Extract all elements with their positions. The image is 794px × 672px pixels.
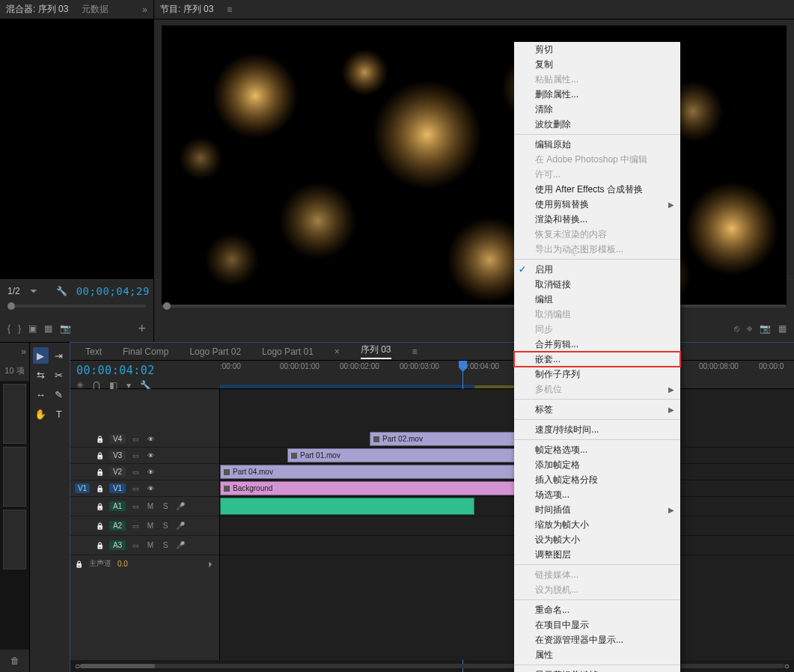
lock-icon[interactable] (94, 468, 105, 476)
voice-icon[interactable]: 🎤 (175, 522, 186, 530)
panel-menu-icon[interactable]: ≡ (412, 346, 418, 357)
export-frame-icon[interactable]: 📷 (760, 323, 771, 334)
lane-a2[interactable] (220, 516, 794, 536)
menu-item[interactable]: 属性 (514, 647, 680, 662)
track-header-a2[interactable]: A2 M S 🎤 (70, 516, 219, 536)
extract-icon[interactable]: ⎆ (747, 323, 752, 334)
resolution-select[interactable]: 1/2 (7, 286, 20, 296)
expand-icon[interactable]: » (142, 4, 147, 15)
sync-lock-icon[interactable] (130, 435, 141, 443)
menu-item[interactable]: 在项目中显示 (514, 617, 680, 632)
lock-icon[interactable] (94, 502, 105, 510)
lane-v3[interactable]: Part 01.mov (220, 448, 794, 464)
voice-icon[interactable]: 🎤 (175, 541, 186, 549)
sequence-tab-text[interactable]: Text (85, 346, 102, 357)
export-frame-icon[interactable]: 📷 (60, 323, 71, 334)
bin-item[interactable] (3, 510, 26, 569)
menu-item[interactable]: 帧定格选项... (514, 442, 680, 457)
selection-tool[interactable]: ▶ (33, 347, 49, 364)
menu-item[interactable]: 制作子序列 (514, 367, 680, 382)
type-tool[interactable]: T (52, 406, 67, 422)
track-header-v4[interactable]: V4 (70, 431, 219, 448)
menu-item[interactable]: 在资源管理器中显示... (514, 632, 680, 647)
sequence-tab-final[interactable]: Final Comp (123, 346, 168, 357)
lane-v2[interactable]: Part 04.mov (220, 464, 794, 480)
master-value[interactable]: 0.0 (117, 560, 128, 568)
track-header-v3[interactable]: V3 (70, 448, 219, 464)
eye-icon[interactable] (145, 451, 156, 459)
tab-program[interactable]: 节目: 序列 03 (160, 3, 213, 16)
menu-item[interactable]: 合并剪辑... (514, 337, 680, 352)
menu-item[interactable]: 时间插值▶ (514, 502, 680, 517)
track-header-v2[interactable]: V2 (70, 464, 219, 480)
sync-lock-icon[interactable] (130, 468, 141, 476)
marker-out-icon[interactable]: } (18, 323, 21, 334)
menu-item[interactable]: 设为帧大小 (514, 532, 680, 547)
mute-icon[interactable]: M (145, 522, 156, 530)
solo-icon[interactable]: S (160, 541, 171, 549)
tab-audio-mixer[interactable]: 混合器: 序列 03 (6, 3, 68, 16)
menu-item[interactable]: 速度/持续时间... (514, 422, 680, 437)
voice-icon[interactable]: 🎤 (175, 502, 186, 510)
sequence-tab-logo2[interactable]: Logo Part 02 (189, 346, 241, 357)
eye-icon[interactable] (145, 468, 156, 476)
menu-item[interactable]: 取消链接 (514, 277, 680, 292)
menu-item[interactable]: 波纹删除 (514, 117, 680, 132)
lane-a3[interactable] (220, 536, 794, 555)
razor-tool[interactable]: ✂ (52, 367, 67, 383)
menu-item[interactable]: 插入帧定格分段 (514, 472, 680, 487)
clip-background[interactable]: Background (220, 481, 564, 495)
lift-icon[interactable]: ⎋ (734, 323, 739, 334)
overwrite-icon[interactable]: ▦ (44, 323, 52, 334)
track-select-tool[interactable]: ⇥ (52, 347, 67, 364)
tab-close-icon[interactable]: × (335, 346, 340, 357)
menu-item[interactable]: ✓启用 (514, 262, 680, 277)
trash-icon[interactable]: 🗑 (10, 656, 19, 666)
sequence-tab-logo1[interactable]: Logo Part 01 (262, 346, 314, 357)
timeline-hscroll[interactable]: ○ ○ (70, 660, 794, 672)
mute-icon[interactable]: M (145, 541, 156, 549)
hand-tool[interactable]: ✋ (33, 406, 49, 422)
panel-menu-icon[interactable]: ≡ (227, 4, 232, 15)
clip-context-menu[interactable]: 剪切复制粘贴属性...删除属性...清除波纹删除编辑原始在 Adobe Phot… (514, 42, 680, 672)
sync-lock-icon[interactable] (130, 451, 141, 459)
sync-lock-icon[interactable] (130, 541, 141, 549)
menu-item[interactable]: 使用剪辑替换▶ (514, 197, 680, 212)
lane-v4[interactable]: Part 02.mov (220, 431, 794, 448)
menu-item[interactable]: 标签▶ (514, 402, 680, 417)
solo-icon[interactable]: S (160, 522, 171, 530)
scroll-handle[interactable] (80, 664, 155, 668)
lock-icon[interactable] (94, 541, 105, 549)
menu-item[interactable]: 编辑原始 (514, 137, 680, 152)
lock-icon[interactable] (94, 451, 105, 459)
menu-item[interactable]: 嵌套... (514, 352, 680, 367)
menu-item[interactable]: 清除 (514, 102, 680, 117)
scroll-end-icon[interactable]: ○ (75, 661, 80, 671)
lock-icon[interactable] (75, 560, 83, 568)
in-out-range[interactable] (220, 385, 474, 388)
wrench-icon[interactable]: 🔧 (56, 286, 67, 296)
collapse-icon[interactable]: ⏵ (207, 560, 215, 568)
menu-item[interactable]: 重命名... (514, 602, 680, 617)
menu-item[interactable]: 缩放为帧大小 (514, 517, 680, 532)
lane-a1[interactable] (220, 497, 794, 516)
menu-item[interactable]: 使用 After Effects 合成替换 (514, 182, 680, 197)
eye-icon[interactable] (145, 484, 156, 492)
slip-tool[interactable]: ↔ (33, 386, 49, 403)
menu-item[interactable]: 添加帧定格 (514, 457, 680, 472)
clip-audio[interactable] (220, 498, 474, 515)
eye-icon[interactable] (145, 435, 156, 443)
sync-lock-icon[interactable] (130, 484, 141, 492)
timeline-timecode[interactable]: 00:00:04:02 (76, 364, 214, 377)
sync-lock-icon[interactable] (130, 522, 141, 530)
menu-item[interactable]: 删除属性... (514, 87, 680, 102)
lock-icon[interactable] (94, 435, 105, 443)
menu-item[interactable]: 编组 (514, 292, 680, 307)
source-timecode[interactable]: 00;00;04;29 (76, 285, 150, 297)
compare-icon[interactable]: ▦ (778, 323, 787, 334)
solo-icon[interactable]: S (160, 502, 171, 510)
source-scrub[interactable] (0, 302, 153, 315)
menu-item[interactable]: 场选项... (514, 487, 680, 502)
track-header-a1[interactable]: A1 M S 🎤 (70, 497, 219, 516)
track-lanes[interactable]: Part 02.mov Part 01.mov Part 04.mov Back… (220, 389, 794, 660)
